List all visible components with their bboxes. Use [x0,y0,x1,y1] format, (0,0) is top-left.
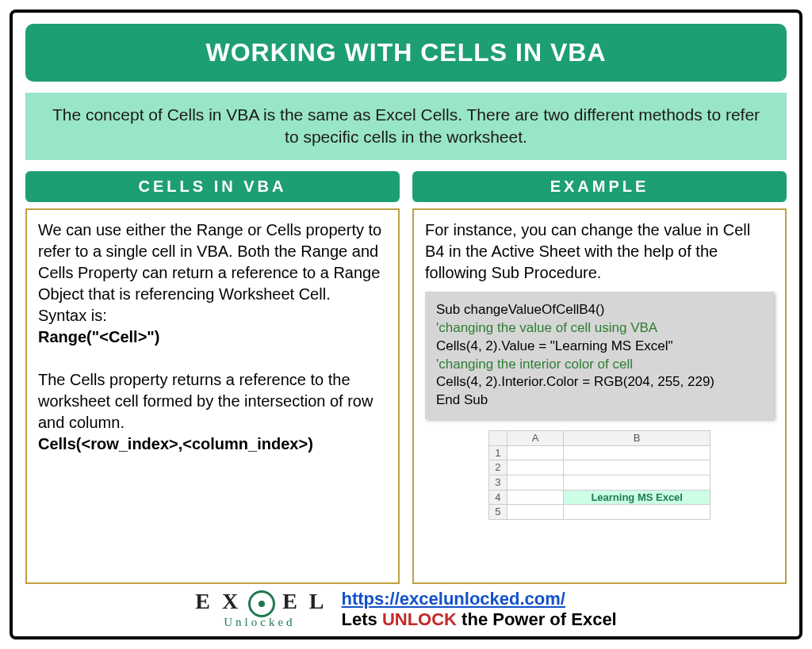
col-b-header: B [564,431,710,446]
cells-syntax: Cells(<row_index>,<column_index>) [38,435,313,452]
code-line-3: Cells(4, 2).Value = "Learning MS Excel" [436,338,763,356]
syntax-label: Syntax is: [38,307,107,324]
right-column: EXAMPLE For instance, you can change the… [412,171,787,584]
corner-cell [489,431,508,446]
left-body: We can use either the Range or Cells pro… [25,208,400,584]
logo-top: E X E L [195,590,327,617]
page-title: WORKING WITH CELLS IN VBA [25,24,787,82]
footer: E X E L Unlocked https://excelunlocked.c… [25,589,787,630]
code-line-1: Sub changeValueOfCellB4() [436,301,763,319]
logo-key-icon [248,590,275,617]
left-p2: The Cells property returns a reference t… [38,371,373,431]
card: WORKING WITH CELLS IN VBA The concept of… [10,10,802,639]
mini-spreadsheet: A B 1 2 3 4Learning MS Excel 5 [488,430,710,519]
row-4-header: 4 [489,490,508,505]
col-a-header: A [507,431,564,446]
row-2-header: 2 [489,460,508,475]
logo-bottom: Unlocked [224,617,327,628]
tag-pre: Lets [342,609,382,629]
right-intro: For instance, you can change the value i… [425,221,750,281]
row-3-header: 3 [489,475,508,490]
columns: CELLS IN VBA We can use either the Range… [25,171,787,584]
code-line-2: 'changing the value of cell using VBA [436,319,763,338]
tag-post: the Power of Excel [457,609,617,629]
code-line-5: Cells(4, 2).Interior.Color = RGB(204, 25… [436,373,763,391]
code-box: Sub changeValueOfCellB4() 'changing the … [425,292,774,420]
intro-banner: The concept of Cells in VBA is the same … [25,93,787,160]
row-1-header: 1 [489,445,508,460]
footer-right: https://excelunlocked.com/ Lets UNLOCK t… [342,589,617,630]
code-line-6: End Sub [436,391,763,410]
range-syntax: Range("<Cell>") [38,328,159,345]
footer-link[interactable]: https://excelunlocked.com/ [342,589,565,609]
row-5-header: 5 [489,505,508,520]
cell-b4: Learning MS Excel [564,490,710,505]
footer-tagline: Lets UNLOCK the Power of Excel [342,609,617,629]
left-column: CELLS IN VBA We can use either the Range… [25,171,400,584]
left-header: CELLS IN VBA [25,171,400,202]
logo: E X E L Unlocked [195,590,327,628]
right-body: For instance, you can change the value i… [412,208,787,584]
left-p1: We can use either the Range or Cells pro… [38,221,381,303]
right-header: EXAMPLE [412,171,787,202]
tag-unlock: UNLOCK [382,609,457,629]
code-line-4: 'changing the interior color of cell [436,356,763,374]
